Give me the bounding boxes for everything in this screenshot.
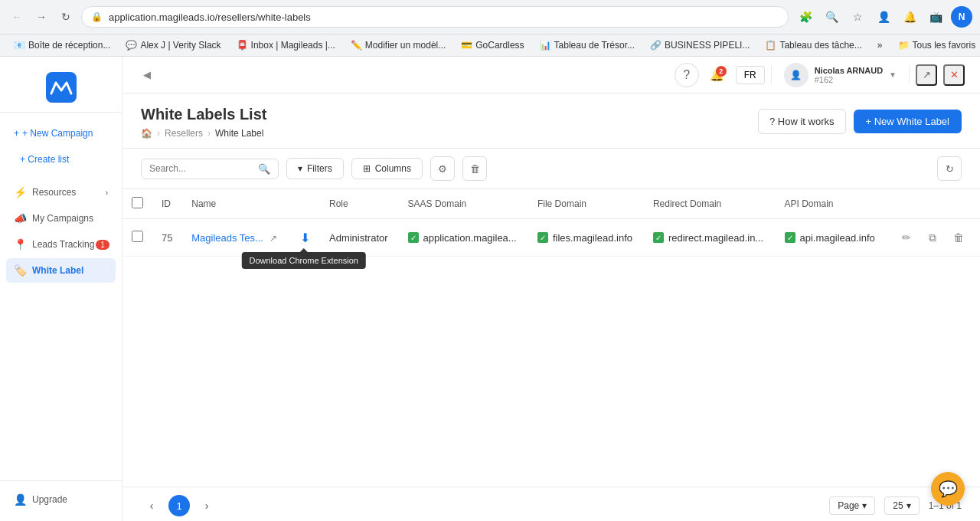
sidebar-item-resources[interactable]: ⚡ Resources › [6, 180, 116, 205]
per-page-select-button[interactable]: 25 ▾ [884, 496, 919, 515]
user-score: #162 [815, 75, 883, 84]
expand-icon-button[interactable]: ↗ [916, 64, 937, 86]
search-box: 🔍 [141, 159, 279, 179]
columns-label: Columns [375, 163, 411, 174]
search-input[interactable] [149, 163, 253, 174]
bookmark-inbox[interactable]: 📧 Boîte de réception... [8, 38, 116, 53]
bookmark-slack[interactable]: 💬 Alex J | Verity Slack [119, 38, 227, 53]
select-all-header [122, 189, 152, 219]
white-label-icon: 🏷️ [14, 264, 26, 277]
breadcrumb-home-icon[interactable]: 🏠 [141, 128, 152, 139]
breadcrumb-current: White Label [215, 128, 263, 139]
nav-refresh-button[interactable]: ↻ [57, 8, 75, 26]
language-button[interactable]: FR [736, 66, 765, 84]
notification-bell-button[interactable]: 🔔 2 [705, 63, 730, 87]
api-domain-text: api.magilead.info [800, 232, 875, 244]
delete-row-button[interactable]: 🗑 [948, 227, 969, 248]
close-app-button[interactable]: ✕ [943, 64, 965, 86]
divider2 [909, 66, 910, 84]
bookmark-tableau2-label: Tableau des tâche... [779, 40, 861, 51]
bookmark-pipeline-favicon: 🔗 [650, 40, 662, 51]
bookmark-icon[interactable]: ☆ [847, 6, 868, 28]
bookmarks-folder[interactable]: 📁 Tous les favoris [892, 38, 981, 53]
bookmark-magileads[interactable]: 📮 Inbox | Magileads |... [230, 38, 341, 53]
bookmark-gocardless[interactable]: 💳 GoCardless [455, 38, 530, 53]
browser-avatar[interactable]: N [951, 6, 972, 28]
row-download-cell: ⬇ Download Chrome Extension [288, 219, 320, 257]
table-footer: ‹ 1 › Page ▾ 25 ▾ 1–1 of 1 [122, 487, 980, 521]
profile-icon1[interactable]: 👤 [873, 6, 894, 28]
page-label: Page [838, 500, 859, 511]
row-checkbox[interactable] [132, 231, 143, 242]
bookmarks-more-button[interactable]: » [871, 38, 889, 53]
bookmark-inbox-label: Boîte de réception... [28, 40, 110, 51]
copy-row-button[interactable]: ⧉ [922, 227, 943, 248]
id-column-header: ID [152, 189, 182, 219]
file-domain-text: files.magilead.info [553, 232, 632, 244]
file-domain-cell: ✓ files.magilead.info [537, 232, 635, 244]
columns-icon: ⊞ [363, 163, 371, 174]
create-list-button[interactable]: + Create list [6, 148, 116, 171]
delete-button[interactable]: 🗑 [462, 156, 487, 181]
filter-icon: ▾ [298, 163, 302, 174]
plus-icon: + [14, 128, 19, 139]
extension-icon[interactable]: 🧩 [795, 6, 816, 28]
nav-forward-button[interactable]: → [32, 8, 51, 26]
prev-page-button[interactable]: ‹ [141, 495, 162, 516]
create-list-label: + Create list [20, 154, 69, 165]
filters-button[interactable]: ▾ Filters [286, 158, 344, 179]
select-all-checkbox[interactable] [132, 197, 143, 208]
how-it-works-button[interactable]: ? How it works [758, 109, 846, 134]
bookmark-pipeline-label: BUSINESS PIPELI... [665, 40, 750, 51]
sidebar-item-white-label[interactable]: 🏷️ White Label [6, 258, 116, 283]
row-actions: ✏ ⧉ 🗑 [896, 227, 971, 248]
app-wrapper: + + New Campaign + Create list ⚡ Resourc… [0, 57, 980, 521]
new-white-label-button[interactable]: + New White Label [854, 110, 962, 133]
page-header-left: White Labels List 🏠 › Resellers › White … [141, 106, 266, 139]
upgrade-icon: 👤 [14, 493, 26, 506]
logo-svg [50, 80, 73, 95]
sidebar-item-my-campaigns[interactable]: 📣 My Campaigns [6, 206, 116, 231]
bookmark-tableau1[interactable]: 📊 Tableau de Trésor... [534, 38, 641, 53]
notification-icon[interactable]: 🔔 [899, 6, 920, 28]
breadcrumb-resellers-link[interactable]: Resellers [165, 128, 203, 139]
api-domain-column-header: API Domain [776, 189, 887, 219]
sidebar-collapse-button[interactable]: ◀ [138, 66, 156, 84]
browser-right-icons: 🧩 🔍 ☆ 👤 🔔 📺 N [795, 6, 972, 28]
new-campaign-button[interactable]: + + New Campaign [6, 122, 116, 145]
sidebar-item-leads-tracking[interactable]: 📍 Leads Tracking 1 [6, 232, 116, 257]
row-name-link[interactable]: Magileads Tes... [191, 232, 263, 244]
help-icon-button[interactable]: ? [675, 63, 699, 87]
white-label-label: White Label [32, 265, 83, 276]
refresh-button[interactable]: ↻ [937, 156, 962, 181]
page-header-row: White Labels List 🏠 › Resellers › White … [141, 106, 962, 139]
logo-icon[interactable] [46, 72, 77, 103]
cast-icon[interactable]: 📺 [925, 6, 946, 28]
settings-button[interactable]: ⚙ [430, 156, 455, 181]
download-extension-button[interactable]: ⬇ [300, 231, 310, 245]
divider [771, 66, 772, 84]
redirect-domain-cell: ✓ redirect.magilead.in... [653, 232, 766, 244]
external-link-icon[interactable]: ↗ [270, 233, 277, 244]
app-header: ◀ ? 🔔 2 FR 👤 Nicolas ARNAUD #162 ▼ [122, 57, 980, 93]
bookmark-modifier[interactable]: ✏️ Modifier un modèl... [345, 38, 452, 53]
search-icon[interactable]: 🔍 [821, 6, 842, 28]
url-text: application.magileads.io/resellers/white… [109, 11, 311, 23]
user-info[interactable]: 👤 Nicolas ARNAUD #162 ▼ [778, 60, 903, 90]
page-1-button[interactable]: 1 [168, 495, 190, 516]
address-bar[interactable]: 🔒 application.magileads.io/resellers/whi… [81, 6, 789, 28]
sidebar-item-upgrade[interactable]: 👤 Upgrade [6, 487, 116, 512]
per-page-chevron-icon: ▾ [906, 500, 911, 511]
actions-column-header [288, 189, 320, 219]
page-select-button[interactable]: Page ▾ [829, 496, 875, 515]
bookmark-pipeline[interactable]: 🔗 BUSINESS PIPELI... [644, 38, 756, 53]
app-header-icons: ? 🔔 2 FR 👤 Nicolas ARNAUD #162 ▼ ↗ [675, 60, 965, 90]
chat-bubble-button[interactable]: 💬 [931, 472, 965, 506]
table-body: 75 Magileads Tes... ↗ ⬇ Download Chrome … [122, 219, 980, 257]
columns-button[interactable]: ⊞ Columns [351, 158, 423, 179]
next-page-button[interactable]: › [196, 495, 217, 516]
nav-back-button[interactable]: ← [8, 8, 26, 26]
row-name-cell: Magileads Tes... ↗ [182, 219, 288, 257]
edit-row-button[interactable]: ✏ [896, 227, 917, 248]
bookmark-tableau2[interactable]: 📋 Tableau des tâche... [759, 38, 867, 53]
